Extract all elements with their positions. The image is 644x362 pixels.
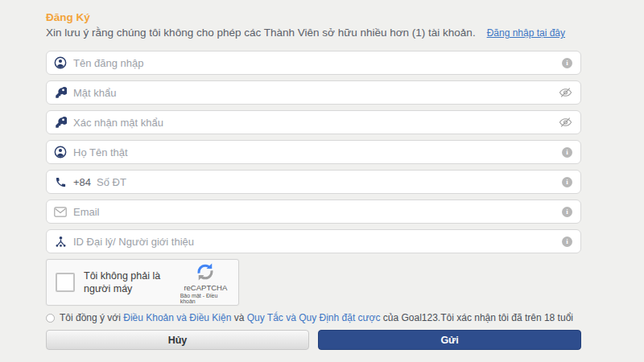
username-field-row: i — [46, 51, 581, 75]
phone-field-row: +84 i — [46, 170, 581, 194]
recaptcha-brand: reCAPTCHA Bảo mật - Điều khoản — [180, 261, 231, 304]
user-icon — [54, 146, 67, 158]
eye-off-icon[interactable] — [559, 87, 572, 98]
referral-icon — [54, 235, 67, 248]
password-field-row — [46, 80, 581, 105]
agreement-radio[interactable] — [46, 314, 55, 323]
email-input[interactable] — [73, 206, 562, 218]
referrer-id-field-row: i — [46, 229, 581, 253]
recaptcha-logo-icon — [195, 261, 216, 282]
key-icon — [54, 116, 67, 129]
page-title: Đăng Ký — [46, 11, 581, 24]
real-name-input[interactable] — [73, 146, 562, 158]
form-actions: Hủy Gửi — [46, 330, 581, 350]
eye-off-icon[interactable] — [559, 117, 572, 128]
key-icon — [54, 86, 67, 99]
confirm-password-input[interactable] — [73, 117, 559, 129]
submit-button[interactable]: Gửi — [318, 330, 581, 350]
user-icon — [54, 56, 67, 69]
info-icon[interactable]: i — [562, 237, 572, 247]
username-input[interactable] — [73, 57, 562, 69]
email-field-row: i — [46, 200, 581, 224]
agreement-row: Tôi đồng ý với Điều Khoản và Điều Kiện v… — [46, 312, 581, 323]
phone-input[interactable] — [97, 176, 562, 188]
info-icon[interactable]: i — [562, 177, 572, 187]
phone-country-code: +84 — [73, 176, 91, 188]
account-limit-notice: Xin lưu ý rằng chúng tôi không cho phép … — [46, 26, 476, 39]
confirm-password-field-row — [46, 110, 581, 134]
register-form-panel: Đăng Ký Xin lưu ý rằng chúng tôi không c… — [46, 11, 581, 350]
registration-form: i — [46, 51, 581, 253]
real-name-field-row: i — [46, 140, 581, 164]
info-icon[interactable]: i — [562, 147, 572, 158]
agreement-conjunction: và — [234, 312, 245, 323]
cancel-button[interactable]: Hủy — [46, 330, 309, 350]
subtitle-row: Xin lưu ý rằng chúng tôi không cho phép … — [46, 26, 581, 40]
betting-rules-link[interactable]: Quy Tắc và Quy Định đặt cược — [247, 312, 381, 323]
recaptcha-label: Tôi không phải là người máy — [84, 269, 180, 296]
login-here-link[interactable]: Đăng nhập tại đây — [487, 27, 565, 40]
password-input[interactable] — [73, 87, 559, 99]
referrer-id-input[interactable] — [73, 236, 562, 248]
recaptcha-checkbox[interactable] — [56, 273, 75, 292]
recaptcha-widget: Tôi không phải là người máy reCAPTCHA Bả… — [46, 259, 239, 306]
terms-conditions-link[interactable]: Điều Khoản và Điều Kiện — [123, 312, 231, 323]
info-icon[interactable]: i — [562, 207, 572, 217]
agreement-text-suffix: của Goal123.Tôi xác nhận tôi đã trên 18 … — [383, 312, 573, 323]
mail-icon — [54, 205, 67, 218]
info-icon[interactable]: i — [562, 58, 572, 68]
recaptcha-privacy-terms[interactable]: Bảo mật - Điều khoản — [180, 293, 231, 304]
phone-icon — [54, 175, 67, 188]
agreement-text-prefix: Tôi đồng ý với — [60, 312, 121, 323]
recaptcha-brand-name: reCAPTCHA — [184, 283, 227, 292]
